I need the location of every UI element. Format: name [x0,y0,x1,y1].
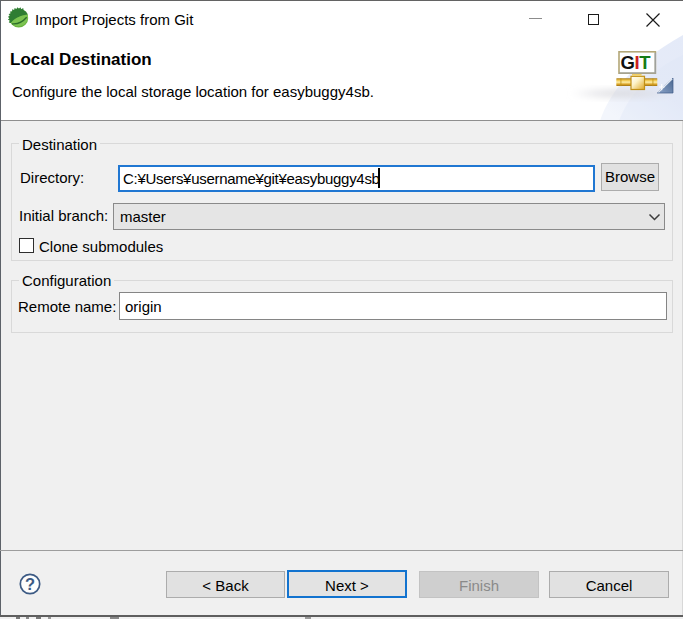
svg-text:?: ? [25,575,35,593]
svg-text:GIT: GIT [621,52,652,73]
